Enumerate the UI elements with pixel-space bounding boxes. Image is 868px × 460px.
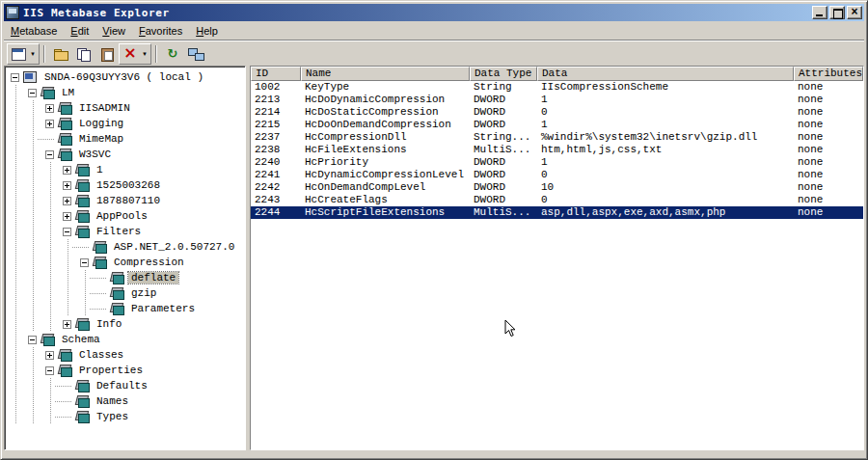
- book-icon: [57, 118, 72, 129]
- tree-item-names[interactable]: Names: [8, 393, 245, 409]
- book-icon: [57, 149, 72, 160]
- menu-metabase[interactable]: Metabase: [5, 23, 65, 39]
- collapse-toggle-icon[interactable]: [28, 336, 37, 344]
- list-row-2242[interactable]: 2242HcOnDemandCompLevelDWORD10none: [251, 181, 863, 194]
- tree-guide-line: [25, 116, 42, 131]
- expand-toggle-icon[interactable]: [45, 351, 54, 360]
- tree-connector: [63, 413, 71, 421]
- tree-item-schema[interactable]: Schema: [8, 332, 245, 347]
- list-row-2215[interactable]: 2215HcDoOnDemandCompressionDWORD1none: [251, 119, 863, 131]
- expand-toggle-icon[interactable]: [63, 181, 71, 190]
- tree-item-defaults[interactable]: Defaults: [8, 378, 245, 393]
- tree-item-gzip[interactable]: gzip: [8, 285, 245, 301]
- book-icon: [74, 195, 90, 206]
- column-header-data-type[interactable]: Data Type: [470, 67, 537, 81]
- tree-item-deflate[interactable]: deflate: [8, 270, 245, 285]
- cell-id: 2214: [251, 106, 301, 119]
- list-row-2240[interactable]: 2240HcPriorityDWORD1none: [251, 156, 863, 169]
- menu-favorites[interactable]: Favorites: [133, 23, 190, 39]
- column-header-id[interactable]: ID: [251, 67, 301, 81]
- tree-item-parameters[interactable]: Parameters: [8, 301, 245, 316]
- expand-toggle-icon[interactable]: [45, 120, 54, 128]
- menu-edit[interactable]: Edit: [65, 23, 96, 39]
- tree-item-1525003268[interactable]: 1525003268: [8, 177, 245, 193]
- collapse-toggle-icon[interactable]: [28, 89, 37, 97]
- cell-attributes: none: [794, 81, 863, 94]
- tree-item-1878807110[interactable]: 1878807110: [8, 193, 245, 208]
- tree-item-apppools[interactable]: AppPools: [8, 208, 245, 224]
- paste-button[interactable]: [95, 43, 119, 65]
- book-icon: [57, 102, 72, 114]
- tree-item-iisadmin[interactable]: IISADMIN: [8, 100, 245, 116]
- cell-data: 1: [537, 119, 794, 131]
- tree-item-filters[interactable]: Filters: [8, 224, 245, 239]
- menu-view[interactable]: View: [96, 23, 133, 39]
- tree-item-classes[interactable]: Classes: [8, 347, 245, 363]
- list-row-2214[interactable]: 2214HcDoStaticCompressionDWORD0none: [251, 106, 863, 119]
- column-header-name[interactable]: Name: [301, 67, 470, 81]
- new-record-button[interactable]: ▼: [7, 43, 40, 65]
- tree-guide-line: [8, 285, 25, 301]
- tree-guide-line: [42, 224, 60, 239]
- dropdown-arrow-icon[interactable]: ▼: [142, 51, 148, 57]
- book-icon: [57, 133, 72, 145]
- copy-button[interactable]: [72, 43, 95, 65]
- toolbar: ▼▼: [4, 40, 864, 66]
- tree-guide-line: [25, 285, 42, 301]
- tree-item-info[interactable]: Info: [8, 316, 245, 332]
- tree-item-compression[interactable]: Compression: [8, 255, 245, 270]
- expand-toggle-icon[interactable]: [63, 212, 71, 221]
- cell-id: 2213: [251, 94, 301, 106]
- expand-toggle-icon[interactable]: [45, 104, 54, 113]
- tree-guide-line: [8, 393, 25, 409]
- close-button[interactable]: [847, 6, 862, 19]
- list-row-2243[interactable]: 2243HcCreateFlagsDWORD0none: [251, 194, 863, 206]
- tree-item-asp-net-2-0-50727-0[interactable]: ASP.NET_2.0.50727.0: [8, 239, 245, 255]
- tree-item-w3svc[interactable]: W3SVC: [8, 147, 245, 162]
- tree-item-types[interactable]: Types: [8, 409, 245, 424]
- title-bar[interactable]: IIS Metabase Explorer: [4, 4, 864, 21]
- new-record-icon: [11, 47, 26, 61]
- tree-item-label: IISADMIN: [76, 102, 133, 114]
- cell-data-type: DWORD: [470, 119, 537, 131]
- list-row-2213[interactable]: 2213HcDoDynamicCompressionDWORD1none: [251, 94, 863, 106]
- list-row-2238[interactable]: 2238HcFileExtensionsMultiS...htm,html,js…: [251, 144, 863, 156]
- collapse-toggle-icon[interactable]: [80, 258, 89, 267]
- export-button[interactable]: [49, 43, 72, 65]
- expand-toggle-icon[interactable]: [63, 197, 71, 205]
- dropdown-arrow-icon[interactable]: ▼: [30, 51, 36, 57]
- collapse-toggle-icon[interactable]: [11, 73, 19, 82]
- tree-view[interactable]: SNDA-69Q3UYY3V6 ( local )LMIISADMINLoggi…: [4, 66, 246, 450]
- tree-item-logging[interactable]: Logging: [8, 116, 245, 131]
- book-icon: [74, 210, 90, 222]
- minimize-button[interactable]: [812, 6, 827, 19]
- list-view[interactable]: IDNameData TypeDataAttributes 1002KeyTyp…: [250, 66, 864, 450]
- expand-toggle-icon[interactable]: [63, 320, 71, 329]
- collapse-toggle-icon[interactable]: [45, 366, 54, 375]
- tree-guide-line: [8, 363, 25, 378]
- menu-help[interactable]: Help: [190, 23, 226, 39]
- expand-toggle-icon[interactable]: [63, 166, 71, 175]
- connect-button[interactable]: [184, 43, 207, 65]
- maximize-button[interactable]: [829, 6, 845, 19]
- tree-item-1[interactable]: 1: [8, 162, 245, 177]
- list-row-2241[interactable]: 2241HcDynamicCompressionLevelDWORD0none: [251, 169, 863, 181]
- cell-data-type: DWORD: [470, 169, 537, 181]
- collapse-toggle-icon[interactable]: [45, 150, 54, 159]
- column-header-data[interactable]: Data: [537, 67, 794, 81]
- delete-button[interactable]: ▼: [119, 43, 151, 65]
- tree-item-properties[interactable]: Properties: [8, 363, 245, 378]
- tree-guide-line: [8, 316, 25, 332]
- list-row-2244[interactable]: 2244HcScriptFileExtensionsMultiS...asp,d…: [251, 206, 863, 219]
- list-row-1002[interactable]: 1002KeyTypeStringIIsCompressionSchemenon…: [251, 81, 863, 94]
- tree-item-mimemap[interactable]: MimeMap: [8, 131, 245, 147]
- column-header-attributes[interactable]: Attributes: [794, 67, 863, 81]
- paste-icon: [99, 47, 115, 61]
- tree-item-snda-69q3uyy3v6-local[interactable]: SNDA-69Q3UYY3V6 ( local ): [8, 69, 245, 85]
- cell-data-type: DWORD: [470, 194, 537, 206]
- tree-item-lm[interactable]: LM: [8, 85, 245, 100]
- list-row-2237[interactable]: 2237HcCompressionDllString...%windir%\sy…: [251, 131, 863, 144]
- collapse-toggle-icon[interactable]: [63, 228, 71, 236]
- cell-name: HcDoStaticCompression: [301, 106, 470, 119]
- refresh-button[interactable]: [161, 43, 184, 65]
